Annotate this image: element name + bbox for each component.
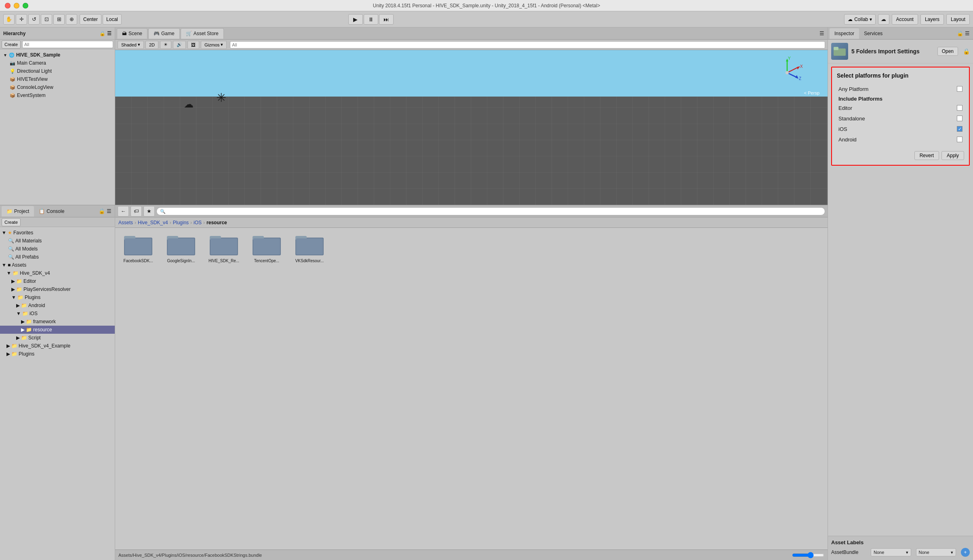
plugin-buttons: Revert Apply xyxy=(837,151,964,160)
collab-button[interactable]: ☁ Collab ▾ xyxy=(844,14,875,25)
asset-bundle-select[interactable]: None ▾ xyxy=(871,548,911,556)
hierarchy-item-directional-light[interactable]: 💡 Directional Light xyxy=(0,67,115,75)
open-button[interactable]: Open xyxy=(937,47,958,56)
inspector-lock-icon[interactable]: 🔒 xyxy=(957,30,963,36)
account-dropdown[interactable]: Account xyxy=(892,14,918,25)
project-play-services[interactable]: ▶ 📁 PlayServicesResolver xyxy=(0,285,115,293)
hierarchy-create-button[interactable]: Create xyxy=(2,40,21,48)
folder-tencent[interactable]: TencentOpe... xyxy=(249,233,285,263)
hierarchy-item-event-system[interactable]: 📦 EventSystem xyxy=(0,91,115,99)
window-controls[interactable] xyxy=(5,3,28,8)
hand-tool-button[interactable]: ✋ xyxy=(3,14,15,25)
fb-back-button[interactable]: ← xyxy=(118,206,129,217)
hierarchy-title: Hierarchy xyxy=(3,31,25,36)
pause-button[interactable]: ⏸ xyxy=(364,14,378,25)
local-button[interactable]: Local xyxy=(103,14,122,25)
project-menu-icon[interactable]: ☰ xyxy=(107,208,112,214)
folder-vk-sdk[interactable]: VKSdkResour... xyxy=(291,233,328,263)
project-ios[interactable]: ▼ 📁 iOS xyxy=(0,309,115,318)
fb-search-input[interactable] xyxy=(156,207,825,215)
breadcrumb-ios[interactable]: iOS xyxy=(194,220,202,225)
scale-tool-button[interactable]: ⊡ xyxy=(41,14,52,25)
project-favorites-header[interactable]: ▼ ★ Favorites xyxy=(0,229,115,237)
tab-game[interactable]: 🎮 Game xyxy=(148,28,180,39)
2d-button[interactable]: 2D xyxy=(145,41,158,49)
fb-star-button[interactable]: ★ xyxy=(143,206,155,217)
lighting-button[interactable]: ☀ xyxy=(160,41,171,49)
folder-facebook-sdk[interactable]: FacebookSDK... xyxy=(120,233,156,263)
project-assets-header[interactable]: ▼ ■ Assets xyxy=(0,261,115,269)
folder-icon: 📁 xyxy=(26,319,32,324)
tab-inspector[interactable]: Inspector xyxy=(830,28,859,39)
project-create-button[interactable]: Create xyxy=(2,218,21,226)
step-button[interactable]: ⏭ xyxy=(379,14,394,25)
audio-button[interactable]: 🔊 xyxy=(173,41,186,49)
hierarchy-menu-icon[interactable]: ☰ xyxy=(107,31,112,36)
hierarchy-item-main-camera[interactable]: 📷 Main Camera xyxy=(0,59,115,67)
move-tool-button[interactable]: ✛ xyxy=(16,14,27,25)
apply-button[interactable]: Apply xyxy=(941,151,964,160)
breadcrumb-plugins[interactable]: Plugins xyxy=(173,220,189,225)
tab-scene[interactable]: 🏔 Scene xyxy=(117,28,147,39)
project-hive-sdk-v4[interactable]: ▼ 📁 Hive_SDK_v4 xyxy=(0,269,115,277)
folder-hive-sdk-re[interactable]: HIVE_SDK_Re... xyxy=(206,233,242,263)
scene-search-input[interactable] xyxy=(230,41,825,48)
project-all-materials[interactable]: 🔍 All Materials xyxy=(0,237,115,245)
inspector-menu-icon[interactable]: ☰ xyxy=(965,30,970,36)
asset-label-add-button[interactable]: + xyxy=(961,548,970,557)
gizmos-button[interactable]: Gizmos ▾ xyxy=(201,41,227,49)
layers-dropdown[interactable]: Layers xyxy=(920,14,944,25)
standalone-checkbox[interactable] xyxy=(957,116,962,121)
scene-tab-menu[interactable]: ☰ xyxy=(819,30,824,36)
close-button[interactable] xyxy=(5,3,11,8)
project-script[interactable]: ▶ 📁 Script xyxy=(0,334,115,342)
maximize-button[interactable] xyxy=(23,3,28,8)
svg-text:Z: Z xyxy=(799,76,801,81)
fb-tag-button[interactable]: 🏷 xyxy=(131,206,142,217)
play-button[interactable]: ▶ xyxy=(348,14,363,25)
rect-tool-button[interactable]: ⊞ xyxy=(53,14,65,25)
any-platform-checkbox[interactable] xyxy=(957,86,962,92)
folder-google-sign-in[interactable]: GoogleSignIn... xyxy=(163,233,199,263)
project-android[interactable]: ▶ 📁 Android xyxy=(0,301,115,309)
shaded-dropdown[interactable]: Shaded ▾ xyxy=(118,41,144,49)
hierarchy-item-hive-sdk-sample[interactable]: ▼ 🌐 HIVE_SDK_Sample xyxy=(0,51,115,59)
project-framework[interactable]: ▶ 📁 framework xyxy=(0,318,115,326)
revert-button[interactable]: Revert xyxy=(914,151,939,160)
tab-asset-store[interactable]: 🛒 Asset Store xyxy=(181,28,224,39)
tab-project[interactable]: 📁 Project xyxy=(2,206,34,217)
project-all-models[interactable]: 🔍 All Models xyxy=(0,245,115,253)
project-hive-sdk-example[interactable]: ▶ 📁 Hive_SDK_v4_Example xyxy=(0,342,115,350)
ios-label: iOS xyxy=(838,126,957,132)
project-lock-icon[interactable]: 🔒 xyxy=(99,208,105,214)
cloud-button[interactable]: ☁ xyxy=(878,14,889,25)
tab-services[interactable]: Services xyxy=(859,28,887,39)
tab-console[interactable]: 📋 Console xyxy=(34,206,69,217)
rotate-tool-button[interactable]: ↺ xyxy=(28,14,40,25)
breadcrumb-assets[interactable]: Assets xyxy=(118,220,133,225)
center-button[interactable]: Center xyxy=(80,14,101,25)
effects-button[interactable]: 🖼 xyxy=(187,41,199,49)
minimize-button[interactable] xyxy=(14,3,19,8)
project-editor[interactable]: ▶ 📁 Editor xyxy=(0,277,115,285)
android-checkbox[interactable] xyxy=(957,137,962,142)
project-plugins[interactable]: ▼ 📁 Plugins xyxy=(0,293,115,301)
ios-checkbox[interactable]: ✓ xyxy=(957,126,962,132)
fb-zoom-slider[interactable] xyxy=(792,552,824,558)
editor-checkbox[interactable] xyxy=(957,105,962,111)
project-resource[interactable]: ▶ 📁 resource xyxy=(0,326,115,334)
layout-dropdown[interactable]: Layout xyxy=(946,14,970,25)
hierarchy-search-input[interactable] xyxy=(22,41,113,48)
project-plugins-2[interactable]: ▶ 📁 Plugins xyxy=(0,350,115,358)
breadcrumb-hive-sdk[interactable]: Hive_SDK_v4 xyxy=(138,220,168,225)
hierarchy-item-console-log-view[interactable]: 📦 ConsoleLogView xyxy=(0,83,115,91)
svg-line-3 xyxy=(787,67,798,73)
inspector-lock-icon-2[interactable]: 🔒 xyxy=(963,48,970,55)
transform-tool-button[interactable]: ⊕ xyxy=(66,14,77,25)
hierarchy-item-hive-test-view[interactable]: 📦 HIVETestView xyxy=(0,75,115,83)
scene-gizmo[interactable]: Y X Z xyxy=(771,57,803,89)
hierarchy-lock-icon[interactable]: 🔒 xyxy=(99,31,105,36)
asset-bundle-variant-select[interactable]: None ▾ xyxy=(916,548,956,556)
project-all-prefabs[interactable]: 🔍 All Prefabs xyxy=(0,253,115,261)
breadcrumb-resource[interactable]: resource xyxy=(206,220,227,225)
